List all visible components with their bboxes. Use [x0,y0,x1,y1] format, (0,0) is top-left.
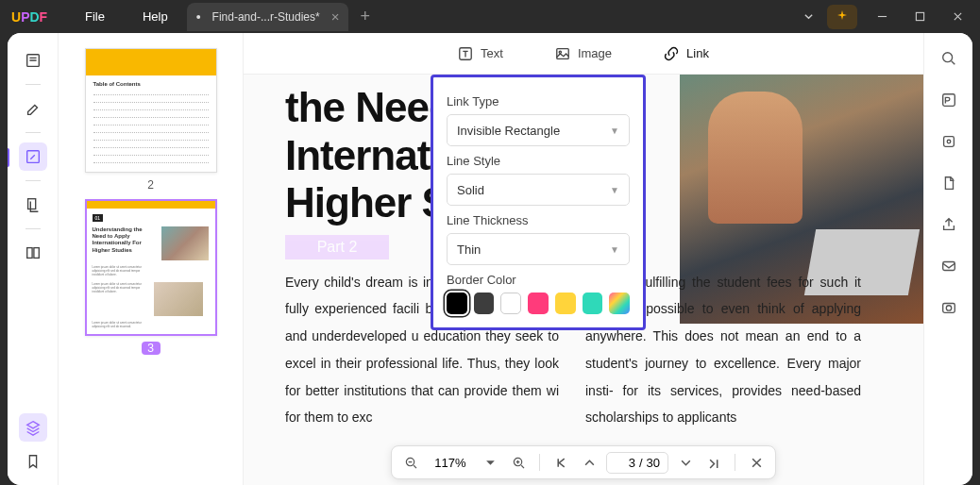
edit-text-button[interactable]: Text [458,46,503,61]
last-page-button[interactable] [702,451,725,474]
layers-button[interactable] [19,413,47,442]
prev-page-button[interactable] [578,451,600,474]
pages-button[interactable] [19,191,47,219]
svg-rect-3 [27,199,35,209]
section-badge: Part 2 [285,235,389,259]
color-swatch-white[interactable] [500,293,521,314]
zoom-in-button[interactable] [507,451,530,474]
app-logo: UPDF [0,9,57,25]
svg-point-17 [946,306,951,310]
link-properties-panel: Link Type Invisible Rectangle▼ Line Styl… [431,75,646,330]
tab-title: Find-and-...r-Studies* [212,10,320,24]
zoom-dropdown-icon[interactable] [479,451,501,474]
share-icon[interactable] [937,212,961,237]
line-style-label: Line Style [447,154,630,168]
color-swatch-pink[interactable] [528,293,549,314]
tab-close-icon[interactable]: × [331,8,340,25]
current-page-field[interactable] [615,456,635,470]
edit-mode-button[interactable] [19,142,47,171]
reader-mode-button[interactable] [19,46,47,75]
svg-rect-13 [943,137,954,147]
next-page-button[interactable] [674,451,697,474]
thumbnail-panel: Table of Contents 2 01 Understanding the… [59,33,244,485]
svg-point-14 [947,140,951,143]
main-menu: File Help [57,9,168,24]
svg-point-11 [942,53,952,62]
document-tab[interactable]: • Find-and-...r-Studies* × [187,3,349,31]
chevron-down-icon: ▼ [610,185,619,195]
window-minimize-icon[interactable] [863,2,901,32]
line-thickness-label: Line Thickness [447,213,630,227]
svg-rect-4 [26,248,31,259]
bookmark-button[interactable] [19,447,47,476]
convert-icon[interactable] [937,171,961,195]
link-type-label: Link Type [447,94,630,109]
color-swatch-yellow[interactable] [555,293,576,314]
zoom-out-button[interactable] [399,451,422,474]
color-swatches [447,293,630,314]
svg-rect-5 [33,248,38,259]
chevron-down-icon: ▼ [610,125,619,136]
svg-point-8 [559,51,561,53]
window-close-icon[interactable] [938,2,976,32]
svg-rect-16 [942,304,955,313]
edit-image-button[interactable]: Image [555,46,612,61]
color-swatch-darkgray[interactable] [474,293,495,314]
email-icon[interactable] [937,254,961,278]
document-viewer: Text Image Link the Need Internati Highe… [244,33,923,485]
zoom-percent[interactable]: 117% [428,456,473,470]
color-swatch-teal[interactable] [583,293,603,314]
ai-sparkle-icon[interactable] [827,5,857,29]
chevron-down-icon: ▼ [610,244,619,255]
left-toolbar [8,33,59,485]
page-number-input[interactable]: / 30 [606,452,668,474]
border-color-label: Border Color [447,273,630,287]
thumbnail-page-2[interactable]: Table of Contents 2 [70,48,231,192]
thumbnail-page-3[interactable]: 01 Understanding the Need to Apply Inter… [70,199,231,355]
ocr-icon[interactable] [937,88,961,112]
titlebar-dropdown-icon[interactable] [789,2,827,32]
edit-toolbar: Text Image Link [244,33,923,75]
active-tool-indicator [8,148,9,167]
line-thickness-select[interactable]: Thin▼ [447,233,630,265]
compare-button[interactable] [19,239,47,267]
menu-file[interactable]: File [85,9,105,24]
edit-link-button[interactable]: Link [664,46,709,61]
link-type-select[interactable]: Invisible Rectangle▼ [447,114,630,146]
first-page-button[interactable] [549,451,572,474]
titlebar: UPDF File Help • Find-and-...r-Studies* … [0,0,980,33]
app-frame: Table of Contents 2 01 Understanding the… [8,33,972,485]
crop-icon[interactable] [937,129,961,154]
tab-indicator-icon: • [196,9,201,25]
screenshot-icon[interactable] [937,295,961,320]
window-maximize-icon[interactable] [901,2,938,32]
close-zoombar-button[interactable] [745,451,768,474]
highlighter-button[interactable] [19,94,47,123]
color-swatch-gradient[interactable] [609,293,630,314]
search-icon[interactable] [937,46,961,71]
right-toolbar [923,33,972,485]
new-tab-button[interactable]: + [360,7,370,26]
svg-rect-0 [916,12,923,20]
zoom-bar: 117% / 30 [391,445,776,479]
line-style-select[interactable]: Solid▼ [447,174,630,206]
color-swatch-black[interactable] [447,293,467,314]
svg-rect-15 [942,262,955,271]
menu-help[interactable]: Help [143,9,168,24]
